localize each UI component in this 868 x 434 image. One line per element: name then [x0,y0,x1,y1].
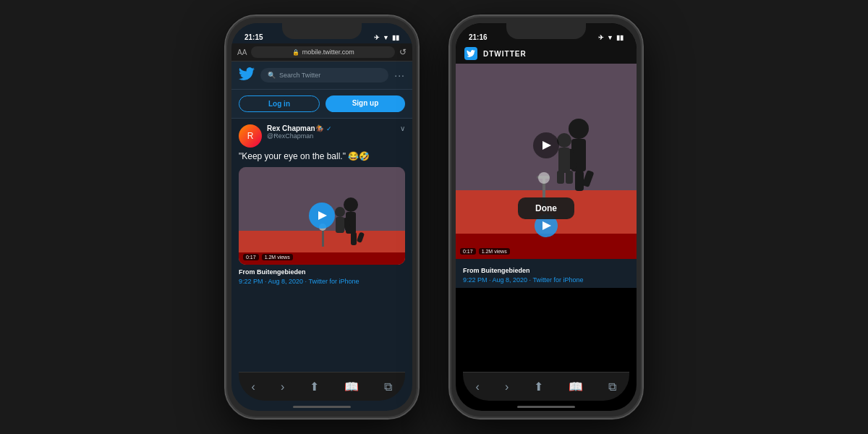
svg-point-3 [344,197,358,212]
app-header: DTWITTER [456,43,637,64]
tweet-timestamp-2[interactable]: 9:22 PM · Aug 8, 2020 · Twitter for iPho… [463,276,629,284]
app-name-label: DTWITTER [483,50,527,58]
share-button[interactable]: ⬆ [310,380,319,393]
phone-2: 21:16 ✈ ▼ ▮▮ DTWITTER [448,14,644,420]
views-badge-2: 1.2M views [479,248,510,255]
tweet-user-name: Rex Chapman🏇 [267,124,324,132]
airplane-icon: ✈ [374,34,380,41]
back-button-2[interactable]: ‹ [476,380,480,393]
svg-rect-9 [336,217,344,233]
login-button[interactable]: Log in [239,95,320,112]
lock-icon: 🔒 [292,49,299,56]
play-icon [318,211,327,220]
tweet-area: R Rex Chapman🏇 ✓ @RexChapman ∨ "Keep you… [231,119,412,291]
auth-buttons: Log in Sign up [231,90,412,119]
url-bar[interactable]: 🔒 mobile.twitter.com [251,46,395,58]
search-icon: 🔍 [268,72,276,79]
bookmarks-button[interactable]: 📖 [344,380,359,393]
video-badges-2: 0:17 1.2M views [460,248,510,255]
avatar: R [239,124,262,148]
bookmarks-button-2[interactable]: 📖 [569,380,583,393]
play-button-center[interactable] [533,132,559,158]
svg-rect-22 [558,148,570,173]
svg-rect-19 [575,171,584,191]
url-text: mobile.twitter.com [302,48,354,56]
done-label: Done [535,203,557,213]
tweet-header: R Rex Chapman🏇 ✓ @RexChapman ∨ [239,124,405,148]
app-icon [464,47,477,60]
from-label-2: From [463,267,480,274]
svg-rect-6 [351,232,357,245]
done-overlay: Done [518,197,574,219]
signup-button[interactable]: Sign up [326,95,405,112]
battery-icon: ▮▮ [392,34,399,41]
tweet-meta: Rex Chapman🏇 ✓ @RexChapman [267,124,395,140]
app-logo [467,49,475,58]
wifi-icon-2: ▼ [607,34,613,41]
search-bar[interactable]: 🔍 Search Twitter [260,68,388,82]
bottom-nav-1: ‹ › ⬆ 📖 ⧉ [239,372,405,401]
share-button-2[interactable]: ⬆ [534,380,543,393]
verified-badge: ✓ [326,125,332,132]
search-placeholder: Search Twitter [279,72,320,79]
duration-badge-2: 0:17 [460,248,476,255]
wifi-icon: ▼ [383,34,389,41]
svg-point-8 [335,207,345,217]
airplane-icon-2: ✈ [598,34,604,41]
battery-icon-2: ▮▮ [616,34,624,41]
forward-button-2[interactable]: › [505,380,509,393]
video-full[interactable]: Done 0:17 1.2M views [456,64,637,259]
from-source: Buitengebieden [257,268,306,276]
phone-1: 21:15 ✈ ▼ ▮▮ AA 🔒 mobile.twitter.com ↺ [224,14,420,420]
svg-rect-24 [566,171,573,184]
tweet-timestamp[interactable]: 9:22 PM · Aug 8, 2020 · Twitter for iPho… [239,278,405,285]
twitter-logo[interactable] [239,66,255,85]
video-badges: 0:17 1.2M views [243,254,293,260]
forward-button[interactable]: › [281,380,284,393]
time-1: 21:15 [244,33,263,41]
video-thumbnail[interactable]: 0:17 1.2M views [239,167,405,265]
video-from: From Buitengebieden [239,268,405,276]
svg-rect-23 [557,171,564,184]
from-source-2: Buitengebieden [481,267,530,274]
from-label: From [239,268,255,276]
views-badge: 1.2M views [262,254,293,260]
svg-point-27 [538,172,550,184]
phone-screen-2: 21:16 ✈ ▼ ▮▮ DTWITTER [456,23,637,411]
back-button[interactable]: ‹ [252,380,255,393]
chevron-down-icon[interactable]: ∨ [400,124,405,132]
play-icon-sm [542,221,551,230]
duration-badge: 0:17 [243,254,259,260]
aa-label[interactable]: AA [237,48,247,56]
tabs-button[interactable]: ⧉ [384,380,392,393]
more-dots[interactable]: ··· [394,70,405,80]
notch-1 [282,23,362,39]
svg-point-21 [557,133,571,148]
notch-2 [506,23,586,39]
status-icons-1: ✈ ▼ ▮▮ [374,34,399,41]
svg-point-16 [569,119,589,139]
svg-rect-15 [456,234,637,259]
home-indicator-2 [517,406,575,408]
time-2: 21:16 [469,33,488,41]
bottom-nav-2: ‹ › ⬆ 📖 ⧉ [463,372,629,401]
reload-icon[interactable]: ↺ [399,47,407,57]
phone-screen-1: 21:15 ✈ ▼ ▮▮ AA 🔒 mobile.twitter.com ↺ [231,23,412,411]
tabs-button-2[interactable]: ⧉ [608,380,616,393]
status-icons-2: ✈ ▼ ▮▮ [598,34,624,41]
tweet-handle: @RexChapman [267,132,395,140]
video-from-2: From Buitengebieden [463,267,629,274]
twitter-nav: 🔍 Search Twitter ··· [231,61,412,90]
browser-bar-1: AA 🔒 mobile.twitter.com ↺ [231,43,412,61]
tweet-text: "Keep your eye on the ball." 😂🤣 [239,150,405,163]
play-icon-center [542,141,551,150]
tweet-area-2: From Buitengebieden 9:22 PM · Aug 8, 202… [456,259,637,288]
play-button[interactable] [309,203,335,229]
home-indicator-1 [293,406,351,408]
